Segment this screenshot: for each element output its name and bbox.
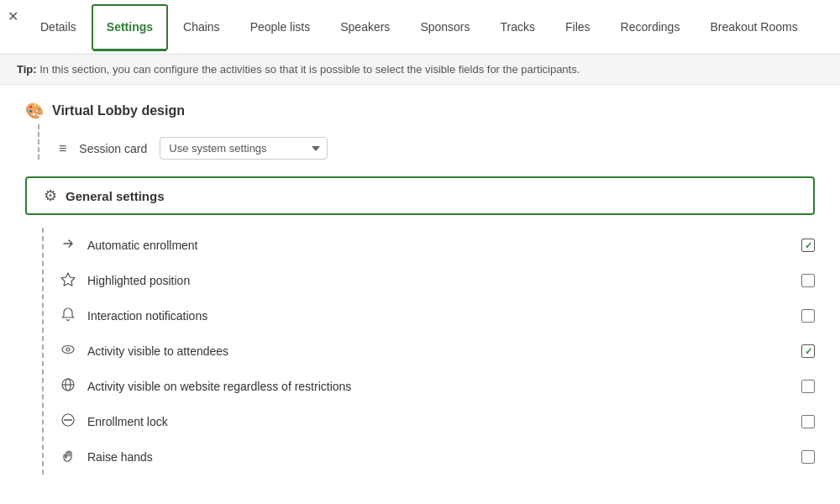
highlighted-position-icon — [59, 271, 77, 290]
tip-text: In this section, you can configure the a… — [39, 63, 580, 76]
setting-item-highlighted-position: Highlighted position — [59, 263, 815, 298]
tip-prefix: Tip: — [17, 63, 37, 76]
settings-items: Automatic enrollment Highlighted positio… — [25, 228, 815, 475]
nav-tabs: Details Settings Chains People lists Spe… — [25, 4, 813, 50]
interaction-notifications-label: Interaction notifications — [87, 309, 791, 323]
enrollment-lock-icon — [59, 412, 77, 431]
setting-item-enrollment-lock: Enrollment lock — [59, 404, 815, 439]
enrollment-icon — [59, 236, 77, 255]
settings-dashed-line — [42, 228, 44, 475]
activity-visible-attendees-label: Activity visible to attendees — [87, 344, 791, 358]
gear-icon: ⚙ — [44, 186, 57, 205]
virtual-lobby-design-title: Virtual Lobby design — [52, 103, 185, 118]
highlighted-position-checkbox[interactable] — [801, 274, 815, 287]
raise-hands-checkbox[interactable] — [801, 450, 815, 464]
notifications-icon — [59, 307, 77, 325]
automatic-enrollment-checkbox[interactable] — [801, 239, 815, 252]
general-settings-title: General settings — [66, 189, 165, 203]
tip-bar: Tip: In this section, you can configure … — [0, 55, 840, 85]
tab-breakout-rooms[interactable]: Breakout Rooms — [695, 4, 812, 50]
activity-visible-website-label: Activity visible on website regardless o… — [87, 380, 791, 393]
tab-speakers[interactable]: Speakers — [325, 4, 405, 50]
dashed-connector — [38, 124, 39, 160]
tab-files[interactable]: Files — [550, 4, 606, 50]
tab-settings[interactable]: Settings — [92, 4, 168, 50]
highlighted-position-label: Highlighted position — [87, 274, 791, 287]
raise-hands-icon — [59, 448, 77, 466]
palette-icon: 🎨 — [25, 102, 44, 120]
enrollment-lock-label: Enrollment lock — [87, 415, 791, 428]
setting-item-automatic-enrollment: Automatic enrollment — [59, 228, 815, 263]
virtual-lobby-design-header: 🎨 Virtual Lobby design — [25, 102, 815, 120]
interaction-notifications-checkbox[interactable] — [801, 309, 815, 323]
enrollment-lock-checkbox[interactable] — [801, 415, 815, 428]
tab-details[interactable]: Details — [25, 4, 92, 50]
activity-visible-website-checkbox[interactable] — [801, 380, 815, 393]
tab-tracks[interactable]: Tracks — [486, 4, 550, 50]
setting-item-activity-visible-website: Activity visible on website regardless o… — [59, 369, 815, 404]
session-card-label: Session card — [79, 142, 147, 155]
visible-website-icon — [59, 377, 77, 396]
session-card-select[interactable]: Use system settings — [160, 137, 328, 160]
session-card-row: ≡ Session card Use system settings — [50, 137, 815, 160]
tab-recordings[interactable]: Recordings — [606, 4, 696, 50]
tab-chains[interactable]: Chains — [168, 4, 235, 50]
main-content: 🎨 Virtual Lobby design ≡ Session card Us… — [0, 85, 840, 500]
automatic-enrollment-label: Automatic enrollment — [87, 239, 791, 252]
tab-people-lists[interactable]: People lists — [235, 4, 326, 50]
raise-hands-label: Raise hands — [87, 450, 791, 464]
general-settings-box: ⚙ General settings — [25, 176, 815, 215]
svg-point-0 — [62, 346, 74, 354]
close-button[interactable]: ✕ — [3, 7, 23, 26]
setting-item-interaction-notifications: Interaction notifications — [59, 298, 815, 333]
visible-attendees-icon — [59, 342, 77, 360]
activity-visible-attendees-checkbox[interactable] — [801, 344, 815, 358]
setting-item-raise-hands: Raise hands — [59, 439, 815, 475]
tab-sponsors[interactable]: Sponsors — [405, 4, 485, 50]
list-icon: ≡ — [59, 141, 66, 156]
top-bar: ✕ Details Settings Chains People lists S… — [0, 0, 840, 55]
svg-point-1 — [66, 348, 70, 351]
setting-item-activity-visible-attendees: Activity visible to attendees — [59, 333, 815, 369]
